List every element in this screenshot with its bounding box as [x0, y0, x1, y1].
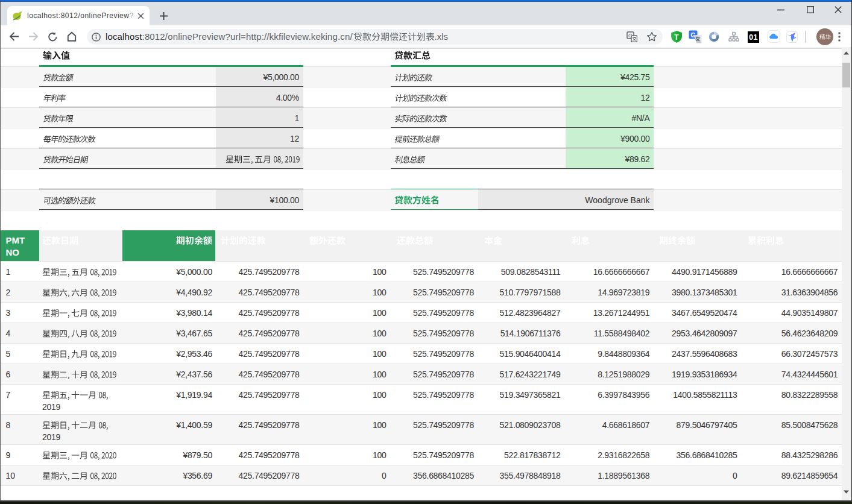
svg-text:T: T	[674, 33, 679, 42]
